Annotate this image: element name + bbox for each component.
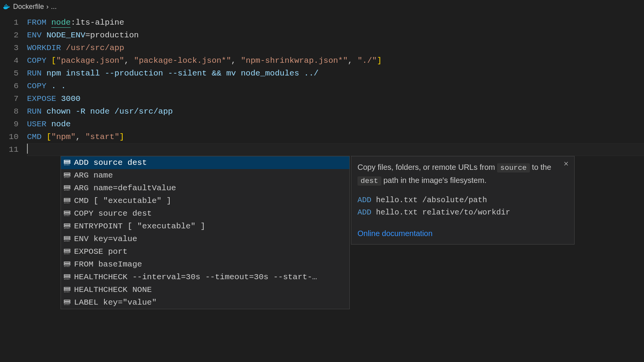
close-icon[interactable] [562, 159, 570, 168]
text-cursor [27, 144, 28, 154]
line-number: 5 [0, 67, 19, 80]
svg-rect-1 [64, 162, 70, 163]
suggestion-item[interactable]: HEALTHCHECK NONE [61, 283, 349, 296]
detail-example: ADD hello.txt /absolute/path ADD hello.t… [357, 194, 568, 219]
snippet-icon [63, 172, 71, 179]
suggestion-item[interactable]: ARG name=defaultValue [61, 182, 349, 194]
code-line[interactable]: RUN npm install --production --silent &&… [27, 67, 644, 80]
breadcrumb-detail[interactable]: ... [51, 3, 57, 11]
line-number: 2 [0, 29, 19, 42]
snippet-icon [63, 261, 71, 268]
snippet-icon [63, 299, 71, 307]
line-number: 8 [0, 105, 19, 118]
suggestion-item[interactable]: FROM baseImage [61, 258, 349, 271]
svg-rect-7 [64, 175, 70, 176]
snippet-icon [63, 248, 71, 256]
line-number: 4 [0, 54, 19, 67]
line-number: 11 [0, 143, 19, 156]
code-line[interactable]: CMD ["npm", "start"] [27, 131, 644, 143]
svg-rect-43 [64, 251, 70, 252]
code-line[interactable]: RUN chown -R node /usr/src/app [27, 105, 644, 118]
suggestion-item[interactable]: ENV key=value [61, 233, 349, 245]
svg-rect-12 [64, 186, 70, 187]
svg-rect-18 [64, 198, 70, 199]
line-number: 10 [0, 131, 19, 143]
suggestion-item[interactable]: ADD source dest [61, 156, 349, 169]
docker-icon [3, 3, 11, 10]
svg-rect-19 [64, 200, 70, 201]
svg-rect-24 [64, 211, 70, 212]
code-line[interactable]: WORKDIR /usr/src/app [27, 42, 644, 54]
snippet-icon [63, 210, 71, 218]
svg-rect-49 [64, 264, 70, 265]
suggestion-item[interactable]: CMD [ "executable" ] [61, 194, 349, 207]
intellisense-detail: Copy files, folders, or remote URLs from… [351, 156, 575, 245]
snippet-icon [63, 235, 71, 243]
code-line[interactable]: ENV NODE_ENV=production [27, 29, 644, 42]
svg-rect-48 [64, 262, 70, 263]
suggestion-item[interactable]: HEALTHCHECK --interval=30s --timeout=30s… [61, 271, 349, 283]
line-number-gutter: 1 2 3 4 5 6 7 8 9 10 11 [0, 13, 27, 362]
detail-description: Copy files, folders, or remote URLs from… [357, 161, 568, 187]
code-line[interactable]: COPY . . [27, 80, 644, 92]
breadcrumb[interactable]: Dockerfile › ... [0, 0, 644, 13]
snippet-icon [63, 286, 71, 294]
code-line[interactable]: EXPOSE 3000 [27, 92, 644, 105]
intellisense-suggestions[interactable]: ADD source dest ARG name ARG name=defaul… [61, 156, 350, 309]
code-line[interactable] [27, 143, 644, 156]
line-number: 3 [0, 42, 19, 54]
svg-rect-0 [64, 160, 70, 161]
code-line[interactable]: USER node [27, 118, 644, 131]
snippet-icon [63, 273, 71, 281]
online-documentation-link[interactable]: Online documentation [357, 227, 568, 240]
svg-rect-61 [64, 289, 70, 290]
suggestion-item[interactable]: COPY source dest [61, 207, 349, 220]
line-number: 7 [0, 92, 19, 105]
breadcrumb-file[interactable]: Dockerfile [13, 3, 44, 11]
line-number: 6 [0, 80, 19, 92]
svg-rect-30 [64, 224, 70, 225]
svg-rect-37 [64, 238, 70, 240]
editor[interactable]: 1 2 3 4 5 6 7 8 9 10 11 FROM node:lts-al… [0, 13, 644, 362]
svg-rect-6 [64, 173, 70, 174]
suggestion-item[interactable]: ARG name [61, 169, 349, 182]
svg-rect-42 [64, 249, 70, 250]
svg-rect-67 [64, 302, 70, 303]
svg-rect-54 [64, 275, 70, 276]
svg-rect-13 [64, 188, 70, 189]
line-number: 9 [0, 118, 19, 131]
code-line[interactable]: COPY ["package.json", "package-lock.json… [27, 54, 644, 67]
svg-rect-31 [64, 226, 70, 227]
suggestion-item[interactable]: EXPOSE port [61, 245, 349, 258]
line-number: 1 [0, 16, 19, 29]
suggestion-item[interactable]: ENTRYPOINT [ "executable" ] [61, 220, 349, 233]
code-area[interactable]: FROM node:lts-alpine ENV NODE_ENV=produc… [27, 13, 644, 362]
svg-rect-55 [64, 277, 70, 278]
svg-rect-36 [64, 236, 70, 238]
snippet-icon [63, 184, 71, 192]
snippet-icon [63, 159, 71, 167]
snippet-icon [63, 197, 71, 205]
svg-rect-66 [64, 300, 70, 301]
code-line[interactable]: FROM node:lts-alpine [27, 16, 644, 29]
svg-rect-25 [64, 213, 70, 214]
breadcrumb-separator: › [46, 3, 49, 11]
svg-rect-60 [64, 287, 70, 288]
suggestion-item[interactable]: LABEL key="value" [61, 296, 349, 309]
snippet-icon [63, 223, 71, 230]
